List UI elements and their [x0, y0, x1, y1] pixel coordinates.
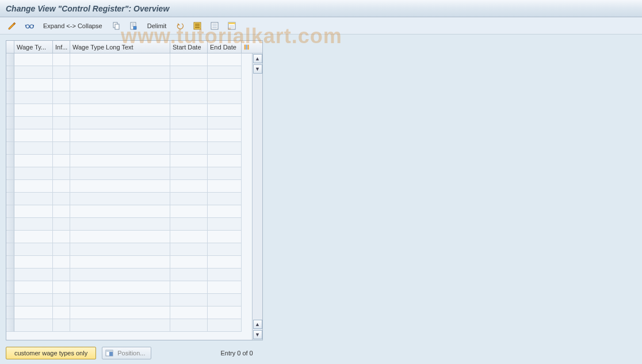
- cell-end-date[interactable]: [208, 281, 242, 294]
- cell-wage-type[interactable]: [14, 256, 53, 269]
- cell-infotype[interactable]: [53, 91, 70, 104]
- row-selector[interactable]: [6, 117, 14, 129]
- col-wage-type[interactable]: Wage Ty...: [14, 41, 53, 53]
- cell-start-date[interactable]: [170, 218, 208, 231]
- cell-end-date[interactable]: [208, 53, 242, 66]
- cell-long-text[interactable]: [70, 281, 170, 294]
- cell-long-text[interactable]: [70, 155, 170, 167]
- cell-infotype[interactable]: [53, 193, 70, 205]
- table-row[interactable]: [6, 155, 252, 167]
- cell-start-date[interactable]: [170, 180, 208, 193]
- cell-long-text[interactable]: [70, 53, 170, 66]
- customer-wage-types-button[interactable]: customer wage types only: [6, 347, 96, 359]
- cell-end-date[interactable]: [208, 193, 242, 205]
- cell-long-text[interactable]: [70, 129, 170, 142]
- cell-infotype[interactable]: [53, 319, 70, 332]
- cell-wage-type[interactable]: [14, 104, 53, 117]
- cell-start-date[interactable]: [170, 281, 208, 294]
- row-selector[interactable]: [6, 180, 14, 193]
- cell-long-text[interactable]: [70, 294, 170, 306]
- cell-start-date[interactable]: [170, 306, 208, 319]
- table-row[interactable]: [6, 129, 252, 142]
- cell-infotype[interactable]: [53, 256, 70, 269]
- table-row[interactable]: [6, 205, 252, 218]
- cell-infotype[interactable]: [53, 306, 70, 319]
- other-view-icon-button[interactable]: [22, 20, 37, 32]
- cell-long-text[interactable]: [70, 205, 170, 218]
- cell-end-date[interactable]: [208, 319, 242, 332]
- scroll-up-bottom-button[interactable]: ▲: [253, 320, 262, 329]
- cell-end-date[interactable]: [208, 129, 242, 142]
- cell-start-date[interactable]: [170, 243, 208, 256]
- cell-infotype[interactable]: [53, 104, 70, 117]
- cell-long-text[interactable]: [70, 306, 170, 319]
- cell-wage-type[interactable]: [14, 91, 53, 104]
- table-row[interactable]: [6, 91, 252, 104]
- cell-end-date[interactable]: [208, 306, 242, 319]
- table-row[interactable]: [6, 66, 252, 79]
- deselect-all-icon-button[interactable]: [207, 20, 222, 32]
- new-entries-icon-button[interactable]: [126, 20, 141, 32]
- cell-infotype[interactable]: [53, 281, 70, 294]
- delimit-button[interactable]: Delimit: [143, 20, 171, 32]
- row-selector[interactable]: [6, 53, 14, 66]
- cell-start-date[interactable]: [170, 155, 208, 167]
- cell-end-date[interactable]: [208, 117, 242, 129]
- row-selector[interactable]: [6, 142, 14, 155]
- cell-wage-type[interactable]: [14, 129, 53, 142]
- col-end-date[interactable]: End Date: [208, 41, 242, 53]
- cell-wage-type[interactable]: [14, 167, 53, 180]
- table-row[interactable]: [6, 294, 252, 306]
- table-row[interactable]: [6, 231, 252, 243]
- undo-icon-button[interactable]: [173, 20, 188, 32]
- cell-infotype[interactable]: [53, 155, 70, 167]
- cell-start-date[interactable]: [170, 269, 208, 281]
- cell-end-date[interactable]: [208, 91, 242, 104]
- col-infotype[interactable]: Inf...: [53, 41, 70, 53]
- cell-wage-type[interactable]: [14, 193, 53, 205]
- cell-start-date[interactable]: [170, 256, 208, 269]
- cell-long-text[interactable]: [70, 117, 170, 129]
- table-settings-icon-button[interactable]: [224, 20, 239, 32]
- cell-long-text[interactable]: [70, 243, 170, 256]
- cell-end-date[interactable]: [208, 104, 242, 117]
- cell-end-date[interactable]: [208, 256, 242, 269]
- row-selector-header[interactable]: [6, 41, 14, 53]
- cell-start-date[interactable]: [170, 104, 208, 117]
- change-icon-button[interactable]: [5, 20, 20, 32]
- cell-start-date[interactable]: [170, 167, 208, 180]
- row-selector[interactable]: [6, 167, 14, 180]
- cell-infotype[interactable]: [53, 79, 70, 91]
- row-selector[interactable]: [6, 269, 14, 281]
- cell-wage-type[interactable]: [14, 53, 53, 66]
- table-row[interactable]: [6, 53, 252, 66]
- cell-start-date[interactable]: [170, 205, 208, 218]
- cell-infotype[interactable]: [53, 167, 70, 180]
- cell-long-text[interactable]: [70, 91, 170, 104]
- cell-infotype[interactable]: [53, 243, 70, 256]
- cell-end-date[interactable]: [208, 155, 242, 167]
- table-row[interactable]: [6, 281, 252, 294]
- row-selector[interactable]: [6, 306, 14, 319]
- cell-end-date[interactable]: [208, 243, 242, 256]
- table-row[interactable]: [6, 218, 252, 231]
- cell-long-text[interactable]: [70, 79, 170, 91]
- configure-columns-button[interactable]: [242, 41, 252, 53]
- cell-wage-type[interactable]: [14, 218, 53, 231]
- cell-long-text[interactable]: [70, 319, 170, 332]
- table-row[interactable]: [6, 319, 252, 332]
- cell-start-date[interactable]: [170, 231, 208, 243]
- table-row[interactable]: [6, 79, 252, 91]
- row-selector[interactable]: [6, 193, 14, 205]
- select-all-icon-button[interactable]: [190, 20, 205, 32]
- row-selector[interactable]: [6, 243, 14, 256]
- cell-start-date[interactable]: [170, 294, 208, 306]
- cell-end-date[interactable]: [208, 218, 242, 231]
- cell-wage-type[interactable]: [14, 231, 53, 243]
- cell-wage-type[interactable]: [14, 79, 53, 91]
- cell-wage-type[interactable]: [14, 294, 53, 306]
- cell-wage-type[interactable]: [14, 117, 53, 129]
- cell-start-date[interactable]: [170, 91, 208, 104]
- cell-long-text[interactable]: [70, 104, 170, 117]
- row-selector[interactable]: [6, 231, 14, 243]
